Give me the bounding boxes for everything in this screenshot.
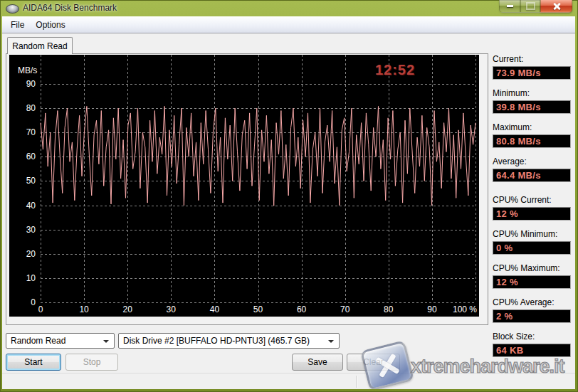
stat-label: Current: bbox=[493, 54, 571, 64]
stat-value-box: 2 % bbox=[493, 309, 571, 323]
chevron-down-icon bbox=[328, 340, 334, 343]
svg-text:90: 90 bbox=[427, 304, 437, 314]
svg-text:60: 60 bbox=[26, 152, 36, 161]
tab-random-read[interactable]: Random Read bbox=[7, 37, 73, 54]
stat-current: Current: 73.9 MB/s bbox=[493, 54, 571, 80]
titlebar[interactable]: AIDA64 Disk Benchmark bbox=[0, 0, 578, 16]
svg-text:90: 90 bbox=[26, 79, 36, 89]
menu-item-options[interactable]: Options bbox=[30, 18, 70, 32]
stat-value-box: 12 % bbox=[493, 275, 571, 289]
svg-text:20: 20 bbox=[123, 304, 133, 314]
status-bar-divider bbox=[356, 376, 357, 388]
drive-select-value: Disk Drive #2 [BUFFALO HD-PNTU3] (465.7 … bbox=[123, 336, 310, 346]
svg-text:0: 0 bbox=[31, 297, 36, 307]
stat-label: Average: bbox=[493, 157, 571, 166]
stat-block-size: Block Size: 64 KB bbox=[493, 332, 571, 357]
menu-bar: File Options bbox=[2, 16, 575, 33]
chevron-down-icon bbox=[103, 340, 109, 343]
svg-text:50: 50 bbox=[253, 304, 263, 314]
svg-text:80: 80 bbox=[26, 103, 36, 113]
svg-text:100 %: 100 % bbox=[453, 304, 477, 314]
svg-text:40: 40 bbox=[26, 201, 36, 211]
stat-value-box: 80.8 MB/s bbox=[493, 134, 571, 148]
chart-time-label: 12:52 bbox=[375, 62, 415, 78]
stat-cpu-maximum: CPU% Maximum: 12 % bbox=[493, 263, 571, 289]
drive-select[interactable]: Disk Drive #2 [BUFFALO HD-PNTU3] (465.7 … bbox=[118, 333, 340, 349]
stat-value-box: 39.8 MB/s bbox=[493, 100, 571, 114]
benchmark-type-value: Random Read bbox=[11, 336, 65, 346]
stat-label: Maximum: bbox=[493, 122, 571, 132]
window-title: AIDA64 Disk Benchmark bbox=[23, 3, 117, 13]
stat-average: Average: 64.4 MB/s bbox=[493, 157, 571, 182]
stat-minimum: Minimum: 39.8 MB/s bbox=[493, 88, 571, 114]
maximize-icon bbox=[526, 2, 535, 10]
stop-button[interactable]: Stop bbox=[65, 354, 118, 371]
stat-label: CPU% Maximum: bbox=[493, 263, 571, 273]
save-button[interactable]: Save bbox=[292, 354, 343, 371]
start-button[interactable]: Start bbox=[6, 354, 61, 371]
stat-cpu-minimum: CPU% Minimum: 0 % bbox=[493, 229, 571, 255]
stat-label: Block Size: bbox=[493, 332, 571, 341]
maximize-button[interactable] bbox=[520, 0, 540, 13]
svg-text:30: 30 bbox=[167, 304, 177, 314]
y-axis-unit-label: MB/s bbox=[18, 65, 37, 75]
svg-text:30: 30 bbox=[26, 225, 36, 235]
svg-text:10: 10 bbox=[26, 273, 36, 283]
svg-text:0: 0 bbox=[38, 304, 43, 314]
benchmark-type-select[interactable]: Random Read bbox=[6, 333, 115, 349]
client-area: File Options Random Read 010203040506070… bbox=[2, 16, 575, 389]
minimize-icon bbox=[507, 5, 513, 7]
close-button[interactable] bbox=[540, 0, 572, 13]
menu-item-file[interactable]: File bbox=[5, 18, 30, 32]
benchmark-chart-svg: 0102030405060708090010203040506070809010… bbox=[9, 55, 479, 317]
aida64-disk-benchmark-window: AIDA64 Disk Benchmark File Options Rando… bbox=[0, 0, 578, 392]
close-icon bbox=[552, 2, 562, 11]
svg-text:50: 50 bbox=[26, 176, 36, 186]
svg-text:60: 60 bbox=[297, 304, 307, 314]
stat-value-box: 12 % bbox=[493, 207, 571, 221]
stat-label: CPU% Current: bbox=[493, 195, 571, 205]
chart-background bbox=[9, 55, 479, 317]
svg-text:20: 20 bbox=[26, 249, 36, 259]
stat-cpu-average: CPU% Average: 2 % bbox=[493, 297, 571, 323]
stat-value-box: 64 KB bbox=[493, 344, 571, 357]
svg-text:80: 80 bbox=[384, 304, 394, 314]
status-bar bbox=[2, 373, 575, 389]
stat-value-box: 0 % bbox=[493, 241, 571, 255]
stat-value-box: 64.4 MB/s bbox=[493, 169, 571, 182]
stat-label: CPU% Average: bbox=[493, 297, 571, 307]
stat-label: Minimum: bbox=[493, 88, 571, 98]
svg-text:70: 70 bbox=[340, 304, 350, 314]
svg-text:40: 40 bbox=[210, 304, 220, 314]
stat-label: CPU% Minimum: bbox=[493, 229, 571, 239]
svg-text:70: 70 bbox=[26, 127, 36, 137]
stat-cpu-current: CPU% Current: 12 % bbox=[493, 195, 571, 221]
stat-value-box: 73.9 MB/s bbox=[493, 66, 571, 80]
svg-text:10: 10 bbox=[79, 304, 89, 314]
disk-icon bbox=[6, 4, 19, 14]
benchmark-chart: 0102030405060708090010203040506070809010… bbox=[9, 55, 479, 317]
stat-maximum: Maximum: 80.8 MB/s bbox=[493, 122, 571, 148]
clear-button[interactable]: Clear bbox=[347, 354, 400, 371]
window-controls bbox=[499, 0, 572, 13]
minimize-button[interactable] bbox=[499, 0, 520, 13]
